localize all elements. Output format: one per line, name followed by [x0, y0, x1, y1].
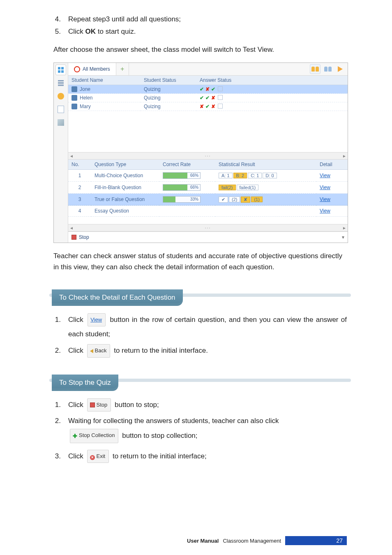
circle-icon: [74, 66, 80, 72]
back-label: Back: [95, 347, 107, 354]
add-tab-button[interactable]: +: [116, 63, 129, 75]
step-text: Waiting for collecting the answers of st…: [68, 414, 347, 443]
col-rate[interactable]: Correct Rate: [159, 160, 215, 170]
section-heading-wrap: To Stop the Quiz: [37, 367, 347, 393]
sidebar-tile-icon[interactable]: [55, 117, 66, 128]
step-text: Click Back to return to the initial inte…: [68, 343, 347, 358]
txt: Click: [68, 401, 85, 409]
page-footer: User Manual Classroom Management 27: [53, 536, 347, 545]
txt: Click: [68, 347, 85, 354]
tab-label: All Members: [83, 66, 110, 72]
step-num: 3.: [53, 449, 61, 464]
step-num: 1.: [53, 312, 61, 342]
tab-all-members[interactable]: All Members: [68, 63, 116, 75]
col-student-status[interactable]: Student Status: [141, 76, 196, 85]
toolbar-next-icon[interactable]: [335, 65, 345, 74]
table-row[interactable]: 4Essay QuestionView: [68, 206, 348, 217]
txt: to start quiz.: [96, 28, 136, 35]
table-row[interactable]: MaryQuizing✘✔✘: [68, 102, 348, 111]
txt: button in the row of certain question, a…: [68, 316, 347, 338]
table-row[interactable]: 1Multi-Choice Question66%A: 1B: 2C: 1D: …: [68, 170, 348, 182]
sidebar-list-icon[interactable]: [55, 78, 66, 88]
txt: Click: [68, 28, 85, 35]
table-row[interactable]: 3True or False Question33%✔(2)✘(1)View: [68, 194, 348, 206]
h-scrollbar[interactable]: ◄ ··· ►: [68, 152, 348, 160]
view-button[interactable]: View: [88, 313, 106, 326]
col-result[interactable]: Statistical Result: [215, 160, 316, 170]
step-text: Repeat step3 until add all questions;: [68, 14, 347, 25]
step-text: Click OK to start quiz.: [68, 26, 347, 37]
col-answer-status[interactable]: Answer Status: [196, 76, 348, 85]
view-label: View: [90, 317, 102, 323]
student-table: Student Name Student Status Answer Statu…: [68, 76, 348, 111]
step-num: 2.: [53, 343, 61, 358]
table-row[interactable]: 2Fill-in-Blank Question66%fail(2)failed(…: [68, 182, 348, 194]
section-heading: To Check the Detail of Each Question: [52, 289, 183, 306]
bold-label: OK: [85, 28, 96, 35]
intro-steps: 4. Repeat step3 until add all questions;…: [53, 14, 347, 37]
step-num: 5.: [53, 26, 61, 37]
col-detail[interactable]: Detail: [316, 160, 348, 170]
section-heading: To Stop the Quiz: [52, 375, 118, 391]
step-text: Click View button in the row of certain …: [68, 312, 347, 342]
back-icon: [90, 349, 93, 353]
stop-collection-label: Stop Collection: [79, 432, 115, 438]
scroll-track[interactable]: ···: [75, 154, 341, 158]
question-table: No. Question Type Correct Rate Statistic…: [68, 160, 348, 217]
footer-product: Classroom Management: [223, 538, 281, 544]
toolbar-users-star-icon[interactable]: [310, 64, 321, 74]
txt: button to stop collection;: [122, 432, 197, 439]
sidebar-grid-icon[interactable]: [55, 65, 66, 75]
scroll-left-icon[interactable]: ◄: [68, 226, 75, 230]
step-text: Click ×Exit to return to the initial int…: [68, 449, 347, 464]
h-scrollbar[interactable]: ◄ ··· ►: [68, 224, 348, 231]
dropdown-icon[interactable]: ▾: [342, 234, 344, 240]
back-button[interactable]: Back: [87, 344, 111, 357]
student-icon: [71, 104, 77, 109]
paragraph: Teacher can check answer status of stude…: [53, 250, 347, 273]
step-num: 4.: [53, 14, 61, 25]
txt: button to stop;: [115, 401, 159, 409]
stop-icon: [90, 402, 95, 407]
view-link[interactable]: View: [320, 185, 330, 190]
step-num: 1.: [53, 398, 61, 412]
txt: Click: [68, 452, 85, 460]
col-qtype[interactable]: Question Type: [91, 160, 159, 170]
footer-label: User Manual: [187, 538, 219, 544]
student-icon: [71, 86, 77, 92]
scroll-track[interactable]: ···: [75, 226, 341, 230]
stop-button[interactable]: Stop: [87, 398, 111, 412]
status-bar: Stop ▾: [68, 231, 348, 243]
toolbar-users-icon[interactable]: [323, 65, 333, 74]
exit-icon: ×: [90, 455, 95, 460]
scroll-right-icon[interactable]: ►: [341, 154, 348, 158]
statusbar-label[interactable]: Stop: [79, 234, 89, 240]
scroll-right-icon[interactable]: ►: [341, 226, 348, 230]
footer-page-number: 27: [285, 536, 347, 545]
col-no[interactable]: No.: [68, 160, 91, 170]
stop-icon: [71, 235, 76, 240]
exit-label: Exit: [97, 453, 106, 459]
step-text: Click Stop button to stop;: [68, 398, 347, 412]
sidebar-doc-icon[interactable]: [55, 104, 66, 115]
stop-label: Stop: [97, 402, 108, 408]
tab-bar: All Members +: [68, 63, 348, 76]
step-num: 2.: [53, 414, 61, 443]
txt: to return to the initial interface;: [113, 452, 207, 460]
sidebar-user-icon[interactable]: [55, 91, 66, 102]
txt: Click: [68, 316, 86, 324]
view-link[interactable]: View: [320, 197, 330, 202]
txt: Waiting for collecting the answers of st…: [68, 417, 279, 425]
stop-collection-button[interactable]: ✚Stop Collection: [70, 429, 118, 443]
view-link[interactable]: View: [320, 208, 330, 214]
test-view-window: All Members + Student Name Student Statu…: [53, 62, 348, 243]
table-row[interactable]: JoneQuizing✔✘✔: [68, 85, 348, 94]
table-row[interactable]: HelenQuizing✔✔✘: [68, 94, 348, 102]
view-link[interactable]: View: [320, 173, 330, 178]
section-heading-wrap: To Check the Detail of Each Question: [37, 282, 347, 308]
scroll-left-icon[interactable]: ◄: [68, 154, 75, 158]
paragraph: After choose the answer sheet, the class…: [53, 44, 347, 55]
exit-button[interactable]: ×Exit: [87, 450, 109, 463]
col-student-name[interactable]: Student Name: [68, 76, 141, 85]
txt: to return to the initial interface.: [114, 347, 208, 354]
